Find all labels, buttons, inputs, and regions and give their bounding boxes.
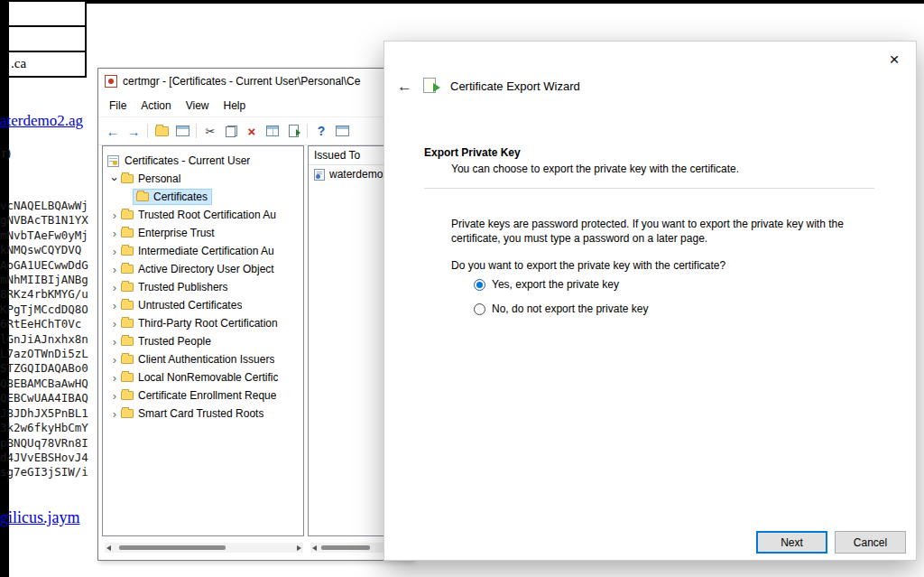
tree-item-untrusted-certificates[interactable]: › Untrusted Certificates [103, 296, 303, 314]
window-title: certmgr - [Certificates - Current User\P… [123, 75, 360, 88]
tree-label: Third-Party Root Certification [138, 317, 278, 330]
scrollbar-thumb[interactable] [321, 545, 370, 550]
tree-label: Client Authentication Issuers [138, 353, 274, 366]
info-paragraph: Private keys are password protected. If … [451, 217, 888, 246]
wizard-header: ← Certificate Export Wizard [397, 78, 580, 94]
scroll-left-icon[interactable] [106, 545, 111, 551]
chevron-right-icon[interactable]: › [108, 282, 121, 293]
chevron-down-icon[interactable]: › [109, 172, 121, 185]
certificate-pem-text: vcNAQELBQAwWj gNVBAcTB1N1YX mNvbTAeFw0yM… [0, 199, 97, 480]
certificate-export-wizard-dialog: × ← Certificate Export Wizard Export Pri… [383, 41, 917, 561]
pem-line: QEBCwUAA4IBAQ [0, 391, 97, 405]
scroll-left-icon[interactable] [312, 545, 317, 551]
tree-horizontal-scrollbar[interactable] [105, 543, 303, 553]
page-table: .ca [7, 0, 87, 78]
chevron-right-icon[interactable]: › [108, 209, 121, 221]
pem-line: gNVBAcTB1N1YX [0, 213, 97, 228]
cell-text: .ca [11, 56, 26, 70]
menu-file[interactable]: File [102, 96, 134, 116]
tree-root-certificates-current-user[interactable]: Certificates - Current User [103, 152, 303, 170]
help-icon[interactable]: ? [312, 122, 330, 140]
console-body: Certificates - Current User › Personal C… [102, 145, 409, 536]
table-cell [9, 2, 85, 27]
table-cell: .ca [9, 52, 85, 78]
tree-item-enterprise-trust[interactable]: › Enterprise Trust [103, 224, 303, 242]
chevron-right-icon[interactable]: › [108, 354, 121, 366]
back-icon[interactable]: ← [104, 122, 122, 140]
wizard-back-icon[interactable]: ← [397, 79, 412, 94]
radio-unselected-icon[interactable] [474, 303, 485, 315]
radio-yes-export[interactable]: Yes, export the private key [474, 278, 619, 291]
tree-label: Active Directory User Object [138, 263, 274, 275]
folder-icon [121, 391, 134, 400]
chevron-right-icon[interactable]: › [108, 246, 121, 257]
title-bar[interactable]: certmgr - [Certificates - Current User\P… [98, 69, 412, 94]
page-link-bottom[interactable]: gilicus.jaym [0, 508, 80, 527]
view-window-icon[interactable] [333, 122, 351, 140]
chevron-right-icon[interactable]: › [108, 318, 121, 330]
list-view-icon[interactable] [263, 122, 282, 140]
tree-item-client-auth-issuers[interactable]: › Client Authentication Issuers [103, 350, 303, 368]
tree-label: Local NonRemovable Certific [138, 371, 278, 384]
scroll-right-icon[interactable] [297, 545, 301, 551]
next-button[interactable]: Next [756, 531, 827, 554]
certificate-name: waterdemo2 [329, 168, 389, 181]
tree-item-local-nonremovable[interactable]: › Local NonRemovable Certific [103, 368, 303, 386]
chevron-right-icon[interactable]: › [108, 372, 121, 384]
menu-action[interactable]: Action [134, 96, 178, 116]
page-text-fragment: r) [2, 145, 11, 161]
pem-line: L7azOTWnDi5zL [0, 347, 97, 361]
tree-item-smart-card-trusted-roots[interactable]: › Smart Card Trusted Roots [103, 405, 303, 423]
tree-item-personal[interactable]: › Personal [103, 170, 303, 188]
tree-item-intermediate[interactable]: › Intermediate Certification Au [103, 242, 303, 260]
tree-item-third-party-root[interactable]: › Third-Party Root Certification [103, 314, 303, 332]
page-subheading: You can choose to export the private key… [451, 163, 739, 175]
folder-icon [121, 355, 134, 364]
forward-icon[interactable]: → [125, 122, 143, 140]
chevron-right-icon[interactable]: › [108, 228, 121, 239]
menu-view[interactable]: View [179, 96, 217, 116]
table-cell [9, 27, 85, 52]
delete-icon[interactable]: × [243, 122, 261, 140]
radio-selected-icon[interactable] [474, 279, 485, 291]
chevron-right-icon[interactable]: › [108, 264, 121, 275]
folder-icon [121, 409, 134, 418]
menu-help[interactable]: Help [217, 96, 254, 116]
scrollbar-thumb[interactable] [119, 545, 226, 550]
radio-no-label: No, do not export the private key [492, 302, 648, 315]
tree-item-trusted-publishers[interactable]: › Trusted Publishers [103, 278, 303, 296]
pem-line: sg7eGI3jSIW/i [0, 465, 97, 479]
radio-no-export[interactable]: No, do not export the private key [474, 302, 648, 315]
tree-item-trusted-root[interactable]: › Trusted Root Certification Au [103, 206, 303, 224]
certificate-icon [314, 169, 325, 181]
show-console-tree-icon[interactable] [152, 122, 171, 140]
folder-icon [121, 228, 134, 237]
tree-item-active-directory[interactable]: › Active Directory User Object [103, 260, 303, 278]
chevron-right-icon[interactable]: › [108, 408, 121, 420]
tree-item-cert-enrollment-requests[interactable]: › Certificate Enrollment Reque [103, 386, 303, 405]
copy-icon[interactable] [222, 122, 240, 140]
chevron-right-icon[interactable]: › [108, 390, 121, 402]
pem-line: STZGQIDAQABo0 [0, 361, 97, 376]
certificates-snapin-icon [107, 155, 119, 167]
tree-item-certificates-selected[interactable]: Certificates [103, 188, 303, 206]
console-tree-pane: Certificates - Current User › Personal C… [102, 145, 304, 536]
pem-line: J8JDhJX5PnBL1 [0, 406, 97, 421]
toolbar-separator [196, 124, 197, 138]
tree-item-trusted-people[interactable]: › Trusted People [103, 332, 303, 350]
folder-icon [121, 174, 134, 183]
folder-icon [121, 373, 134, 382]
folder-icon [121, 337, 134, 346]
menu-bar: File Action View Help [98, 94, 412, 117]
pem-line: mNvbTAeFw0yMj [0, 228, 97, 243]
export-list-icon[interactable] [284, 122, 302, 140]
properties-icon[interactable] [173, 122, 191, 140]
cut-icon[interactable]: ✂ [201, 122, 219, 140]
close-icon[interactable]: × [880, 47, 909, 72]
cancel-button[interactable]: Cancel [835, 531, 906, 554]
chevron-right-icon[interactable]: › [108, 300, 121, 312]
folder-icon [121, 319, 134, 328]
chevron-right-icon[interactable]: › [108, 336, 121, 348]
folder-icon [121, 247, 134, 256]
page-link-top[interactable]: aterdemo2.ag [0, 112, 83, 130]
